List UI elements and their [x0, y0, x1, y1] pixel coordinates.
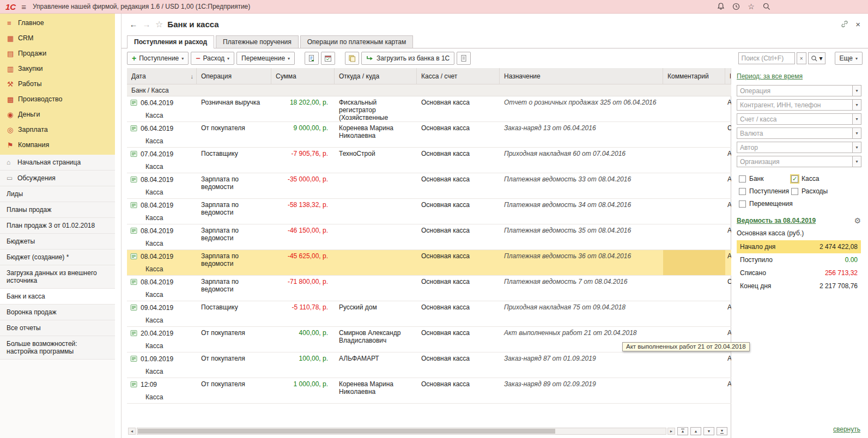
filter-field[interactable]: Валюта ▾ [737, 127, 861, 139]
global-search-icon[interactable] [762, 2, 771, 11]
scroll-left-icon[interactable]: ◄ [128, 428, 136, 435]
table-row[interactable]: 06.04.2019 Касса От покупателя 9 000,00,… [127, 122, 731, 148]
sidebar-page-item[interactable]: Планы продаж [0, 202, 115, 218]
close-icon[interactable]: × [855, 20, 860, 29]
filter-checkbox[interactable]: ✓ Касса [791, 175, 861, 182]
filter-checkbox[interactable]: ✓ Банк [739, 175, 791, 182]
tab[interactable]: Поступления и расход [127, 35, 214, 48]
checkbox-box[interactable]: ✓ [739, 200, 746, 208]
tab[interactable]: Операции по платежным картам [300, 35, 414, 48]
table-row[interactable]: 08.04.2019 Касса Зарплата по ведомости -… [127, 276, 731, 301]
history-icon[interactable] [731, 2, 740, 11]
transfer-button[interactable]: Перемещение ▾ [236, 52, 295, 65]
filter-checkbox[interactable]: ✓ Расходы [791, 187, 861, 195]
checkbox-box[interactable]: ✓ [791, 175, 798, 182]
filter-checkbox[interactable]: ✓ Поступления [739, 187, 791, 195]
table-row[interactable]: 08.04.2019 Касса Зарплата по ведомости -… [127, 199, 731, 224]
filter-field-placeholder[interactable]: Валюта [737, 127, 852, 139]
filter-field[interactable]: Автор ▾ [737, 142, 861, 153]
search-button[interactable]: ▾ [808, 52, 825, 64]
filter-field-placeholder[interactable]: Организация [737, 156, 852, 167]
sidebar-section-item[interactable]: ⚑ Компания [0, 137, 115, 153]
filter-field-placeholder[interactable]: Счет / касса [737, 113, 852, 125]
column-header-operation[interactable]: Операция [197, 68, 271, 84]
sidebar-section-item[interactable]: ◎ Зарплата [0, 122, 115, 137]
filter-field[interactable]: Операция ▾ [737, 85, 861, 96]
sidebar-page-item[interactable]: Загрузка данных из внешнего источника [0, 265, 115, 289]
scroll-right-icon[interactable]: ► [667, 428, 675, 435]
favorite-star-icon[interactable]: ☆ [155, 19, 163, 29]
period-link[interactable]: Период: за все время [737, 72, 803, 80]
print-document-button[interactable] [457, 52, 471, 65]
create-based-on-button[interactable] [305, 52, 319, 65]
table-row[interactable]: 08.04.2019 Касса Зарплата по ведомости -… [127, 173, 731, 199]
load-from-bank-button[interactable]: Загрузить из банка в 1С [361, 52, 454, 65]
column-header-date[interactable]: Дата ↓ [127, 68, 197, 84]
chevron-down-icon[interactable]: ▾ [852, 156, 861, 167]
sidebar-section-item[interactable]: ▦ CRM [0, 31, 115, 46]
chevron-down-icon[interactable]: ▾ [852, 99, 861, 111]
checkbox-box[interactable]: ✓ [739, 175, 746, 182]
table-row[interactable]: 08.04.2019 Касса Зарплата по ведомости -… [127, 250, 731, 276]
tab[interactable]: Платежные поручения [216, 35, 299, 48]
scrollbar-thumb[interactable] [138, 429, 555, 434]
register-journal-button[interactable] [321, 52, 335, 65]
checkbox-box[interactable]: ✓ [791, 188, 798, 195]
filter-field[interactable]: Организация ▾ [737, 156, 861, 167]
column-header-amount[interactable]: Сумма [271, 68, 335, 84]
sidebar-page-item[interactable]: Лиды [0, 186, 115, 202]
table-row[interactable]: 06.04.2019 Касса Розничная выручка 18 20… [127, 96, 731, 122]
sidebar-page-item[interactable]: Все отчеты [0, 320, 115, 336]
forward-button[interactable]: → [140, 18, 153, 30]
filter-field-placeholder[interactable]: Автор [737, 142, 852, 153]
filter-field[interactable]: Счет / касса ▾ [737, 113, 861, 125]
report-link[interactable]: Ведомость за 08.04.2019 [737, 217, 816, 224]
sidebar-section-item[interactable]: ⚒ Работы [0, 76, 115, 92]
sidebar-section-item[interactable]: ▥ Закупки [0, 61, 115, 76]
back-button[interactable]: ← [127, 18, 140, 30]
table-row[interactable]: 07.04.2019 Касса Поставщику -7 905,76, р… [127, 148, 731, 173]
group-row[interactable]: Банк / Касса [127, 84, 731, 96]
column-header-purpose[interactable]: Назначение [500, 68, 663, 84]
sidebar-page-item[interactable]: Бюджеты [0, 234, 115, 250]
receipt-button[interactable]: + Поступление ▾ [127, 52, 189, 65]
sidebar-page-item[interactable]: ⌂ Начальная страница [0, 155, 115, 171]
chevron-down-icon[interactable]: ▾ [852, 113, 861, 125]
sidebar-page-item[interactable]: План продаж 3 от 01.02.2018 [0, 218, 115, 234]
go-up-button[interactable]: ▲ [690, 427, 701, 435]
sidebar-page-item[interactable]: Бюджет (создание) * [0, 250, 115, 265]
main-menu-icon[interactable]: ≡ [21, 2, 26, 11]
go-to-bottom-button[interactable]: ▼ [717, 427, 727, 435]
sidebar-section-item[interactable]: ◉ Деньги [0, 107, 115, 122]
sort-desc-icon[interactable]: ↓ [191, 73, 194, 80]
sidebar-section-item[interactable]: ▤ Продажи [0, 46, 115, 61]
chevron-down-icon[interactable]: ▾ [852, 85, 861, 96]
filter-field[interactable]: Контрагент, ИНН, телефон ▾ [737, 99, 861, 111]
table-row[interactable]: 08.04.2019 Касса Зарплата по ведомости -… [127, 224, 731, 250]
sidebar-section-item[interactable]: ≡ Главное [0, 15, 115, 31]
column-header-number[interactable]: Номе [725, 68, 731, 84]
favorites-star-icon[interactable]: ☆ [746, 2, 756, 11]
checkbox-box[interactable]: ✓ [739, 188, 746, 195]
filter-checkbox[interactable]: ✓ Перемещения [739, 200, 791, 208]
sidebar-page-item[interactable]: Больше возможностей: настройка программы [0, 336, 115, 360]
search-clear-icon[interactable]: × [797, 52, 806, 64]
copy-link-icon[interactable] [840, 20, 849, 28]
filter-field-placeholder[interactable]: Контрагент, ИНН, телефон [737, 99, 852, 111]
expense-button[interactable]: − Расход ▾ [191, 52, 234, 65]
collapse-link[interactable]: свернуть [833, 425, 860, 433]
table-row[interactable]: 12:09 Касса От покупателя 1 000,00, р. К… [127, 378, 731, 404]
table-row[interactable]: 09.04.2019 Касса Поставщику -5 110,78, р… [127, 301, 731, 327]
column-header-comment[interactable]: Комментарий [663, 68, 725, 84]
column-header-from-to[interactable]: Откуда / куда [335, 68, 417, 84]
search-input[interactable] [738, 52, 795, 64]
copy-document-button[interactable] [345, 52, 359, 65]
chevron-down-icon[interactable]: ▾ [852, 142, 861, 153]
column-header-cash-account[interactable]: Касса / счет [417, 68, 500, 84]
go-down-button[interactable]: ▼ [703, 427, 714, 435]
gear-icon[interactable]: ⚙ [854, 216, 861, 225]
chevron-down-icon[interactable]: ▾ [852, 127, 861, 139]
sidebar-page-item[interactable]: ▭ Обсуждения [0, 171, 115, 186]
filter-field-placeholder[interactable]: Операция [737, 85, 852, 96]
more-button[interactable]: Еще ▾ [835, 52, 863, 65]
